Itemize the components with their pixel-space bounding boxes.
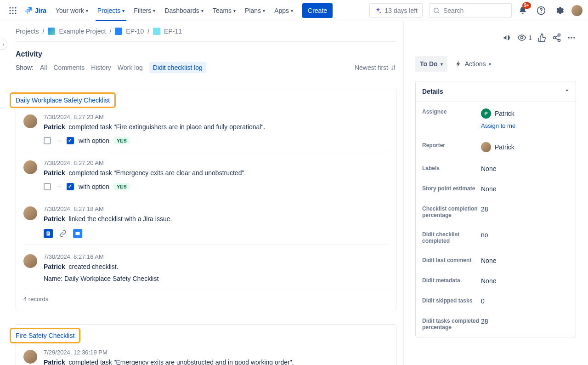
like-button[interactable] — [537, 33, 547, 42]
user-avatar[interactable] — [23, 160, 37, 174]
field-didit-last-comment: Didit last comment None — [416, 251, 576, 271]
svg-point-8 — [15, 12, 16, 14]
bolt-icon — [455, 60, 462, 68]
svg-point-4 — [12, 10, 13, 11]
settings-button[interactable] — [552, 3, 567, 18]
chevron-down-icon: ▾ — [153, 8, 155, 13]
svg-rect-13 — [47, 233, 49, 233]
log-text: Patrick linked the checklist with a Jira… — [44, 215, 389, 222]
breadcrumb-project[interactable]: Example Project — [59, 28, 106, 35]
log-item: 7/29/2024, 12:36:19 PM Patrick completed… — [23, 349, 389, 365]
checklist-link[interactable]: Daily Workplace Safety Checklist — [10, 92, 116, 108]
tab-history[interactable]: History — [91, 64, 111, 71]
app-switcher[interactable] — [6, 3, 20, 18]
more-actions-button[interactable] — [567, 33, 576, 42]
status-dropdown[interactable]: To Do ▾ — [415, 56, 447, 72]
jira-issue-icon[interactable] — [73, 229, 82, 238]
assign-to-me-link[interactable]: Assign to me — [481, 122, 569, 129]
log-timestamp: 7/30/2024, 8:27:18 AM — [44, 205, 389, 212]
chevron-down-icon: ▾ — [122, 8, 124, 13]
doc-icon[interactable] — [44, 229, 53, 238]
notifications-button[interactable]: 9+ — [515, 3, 530, 18]
jira-logo[interactable]: Jira — [24, 6, 46, 15]
log-timestamp: 7/30/2024, 8:27:16 AM — [44, 253, 389, 260]
svg-point-11 — [541, 12, 542, 13]
actions-dropdown[interactable]: Actions ▾ — [452, 60, 494, 68]
chevron-down-icon: ▾ — [263, 8, 265, 13]
nav-projects[interactable]: Projects▾ — [94, 3, 129, 18]
tab-all[interactable]: All — [40, 64, 47, 71]
nav-plans[interactable]: Plans▾ — [241, 3, 269, 18]
tab-work-log[interactable]: Work log — [118, 64, 143, 71]
sort-toggle[interactable]: Newest first — [355, 64, 403, 71]
show-label: Show: — [16, 64, 34, 71]
checklist-log-group: Daily Workplace Safety Checklist 7/30/20… — [16, 89, 396, 310]
svg-point-3 — [9, 10, 11, 11]
share-icon — [552, 33, 561, 42]
chevron-down-icon: ▾ — [233, 8, 236, 13]
search-input[interactable] — [429, 3, 512, 18]
kebab-icon — [567, 33, 576, 42]
assignee-value[interactable]: P Patrick — [481, 108, 569, 119]
assignee-avatar: P — [481, 108, 491, 119]
help-button[interactable] — [534, 3, 548, 18]
user-avatar[interactable] — [23, 254, 37, 268]
tab-comments[interactable]: Comments — [53, 64, 85, 71]
svg-point-20 — [558, 39, 560, 41]
reporter-value[interactable]: Patrick — [481, 142, 569, 152]
svg-point-5 — [15, 10, 16, 11]
svg-point-17 — [521, 37, 523, 39]
details-toggle[interactable]: Details ⌃ — [416, 81, 576, 102]
nav-apps[interactable]: Apps▾ — [271, 3, 297, 18]
nav-teams[interactable]: Teams▾ — [209, 3, 239, 18]
gear-icon — [555, 6, 564, 15]
premium-icon — [374, 7, 382, 14]
nav-filters[interactable]: Filters▾ — [130, 3, 159, 18]
chevron-down-icon: ▾ — [86, 8, 88, 13]
checkbox-checked-icon — [67, 137, 74, 144]
chevron-down-icon: ▾ — [291, 8, 293, 13]
trial-days-left[interactable]: 13 days left — [369, 3, 423, 18]
user-avatar[interactable] — [23, 206, 37, 220]
create-button[interactable]: Create — [302, 3, 333, 18]
svg-rect-16 — [76, 232, 80, 235]
user-avatar[interactable] — [23, 350, 37, 364]
profile-avatar[interactable] — [571, 5, 582, 16]
user-avatar[interactable] — [23, 114, 37, 128]
nav-dashboards[interactable]: Dashboards▾ — [161, 3, 207, 18]
give-feedback-button[interactable] — [503, 33, 512, 42]
breadcrumb-issue[interactable]: EP-11 — [164, 28, 182, 35]
checklist-link[interactable]: Fire Safety Checklist — [10, 328, 80, 343]
field-didit-tasks-completed-percentage: Didit tasks completed percentage 28 — [416, 311, 576, 337]
checkbox-unchecked-icon — [44, 137, 51, 144]
product-name: Jira — [35, 7, 46, 14]
svg-point-9 — [434, 8, 438, 12]
watch-button[interactable]: 1 — [517, 33, 532, 42]
svg-point-7 — [12, 12, 13, 14]
task-icon — [115, 28, 122, 35]
svg-point-23 — [573, 37, 575, 38]
svg-point-19 — [554, 37, 556, 39]
breadcrumb-projects[interactable]: Projects — [16, 28, 39, 35]
link-icon[interactable] — [58, 229, 68, 238]
svg-point-0 — [9, 7, 11, 8]
story-point-value[interactable]: None — [481, 185, 569, 193]
arrow-right-icon: → — [56, 137, 62, 144]
field-reporter: Reporter Patrick — [416, 136, 576, 159]
field-didit-checklist-completed: Didit checklist completed no — [416, 225, 576, 251]
tab-didit-checklist-log[interactable]: Didit checklist log — [149, 62, 206, 73]
nav-your-work[interactable]: Your work▾ — [52, 3, 92, 18]
field-story-point-estimate: Story point estimate None — [416, 179, 576, 199]
share-button[interactable] — [552, 33, 561, 42]
svg-point-1 — [12, 7, 13, 8]
svg-point-18 — [558, 34, 560, 36]
search-icon — [433, 7, 440, 14]
log-subtext: Name: Daily Workplace Safety Checklist — [44, 275, 389, 282]
chevron-down-icon: ▾ — [489, 62, 491, 67]
eye-icon — [517, 33, 526, 42]
svg-point-6 — [9, 12, 11, 14]
option-yes-badge: YES — [114, 183, 130, 190]
labels-value[interactable]: None — [481, 165, 569, 172]
breadcrumb-parent-issue[interactable]: EP-10 — [126, 28, 144, 35]
arrow-right-icon: → — [56, 183, 62, 190]
